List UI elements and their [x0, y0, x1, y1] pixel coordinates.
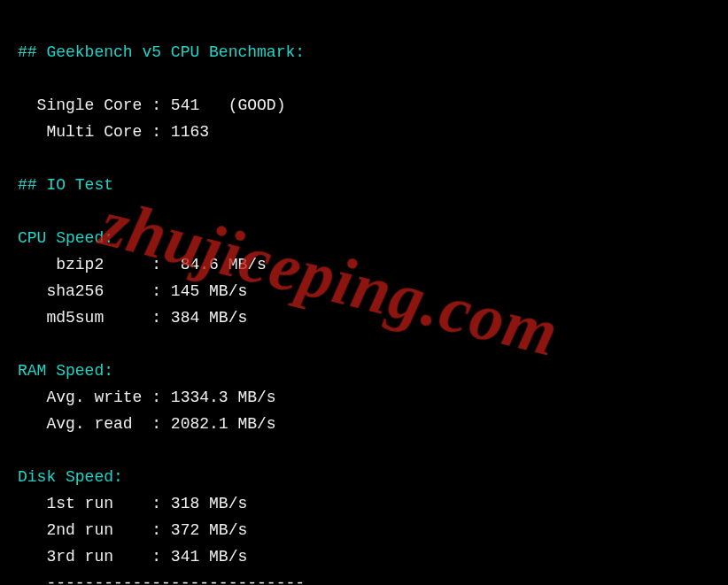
cpu-sha256-value: 145 MB/s	[171, 282, 247, 300]
disk-run1-label: 1st run :	[18, 495, 171, 512]
cpu-bzip2-value: 84.6 MB/s	[181, 256, 267, 273]
disk-speed-header: Disk Speed:	[18, 468, 123, 486]
multi-core-label: Multi Core :	[18, 123, 171, 141]
disk-run1-value: 318 MB/s	[171, 495, 247, 512]
disk-run3-label: 3rd run :	[18, 548, 171, 566]
geekbench-header: ## Geekbench v5 CPU Benchmark:	[18, 43, 305, 61]
ram-speed-header: RAM Speed:	[18, 362, 113, 380]
multi-core-value: 1163	[171, 123, 209, 141]
cpu-md5sum-label: md5sum :	[18, 309, 171, 327]
cpu-sha256-label: sha256 :	[18, 282, 171, 300]
cpu-md5sum-value: 384 MB/s	[171, 309, 247, 327]
disk-divider: ---------------------------	[18, 574, 305, 585]
ram-read-value: 2082.1 MB/s	[171, 415, 276, 433]
cpu-speed-header: CPU Speed:	[18, 229, 113, 247]
disk-run3-value: 341 MB/s	[171, 548, 247, 566]
ram-write-value: 1334.3 MB/s	[171, 389, 276, 406]
ram-write-label: Avg. write :	[18, 389, 171, 406]
disk-run2-value: 372 MB/s	[171, 521, 247, 539]
cpu-bzip2-label: bzip2 :	[18, 256, 181, 273]
io-test-header: ## IO Test	[18, 176, 113, 194]
ram-read-label: Avg. read :	[18, 415, 171, 433]
single-core-value: 541 (GOOD)	[171, 96, 286, 114]
terminal-output: ## Geekbench v5 CPU Benchmark: Single Co…	[0, 0, 728, 585]
disk-run2-label: 2nd run :	[18, 521, 171, 539]
single-core-label: Single Core :	[18, 96, 171, 114]
